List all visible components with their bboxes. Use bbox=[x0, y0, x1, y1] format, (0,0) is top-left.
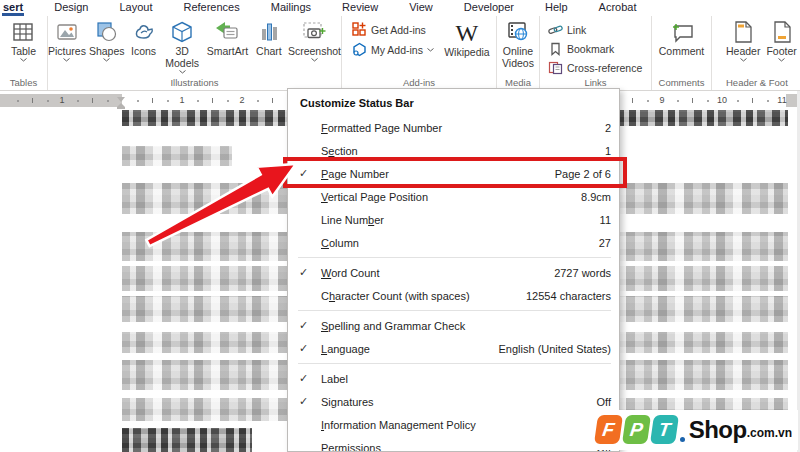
my-addins-button[interactable]: My Add-ins bbox=[352, 41, 434, 58]
menu-item-label: Label bbox=[321, 373, 348, 385]
tab-help[interactable]: Help bbox=[544, 1, 569, 16]
group-header-footer: Header Footer Nu Header & Foot bbox=[712, 16, 800, 90]
menu-item-column[interactable]: Column27 bbox=[288, 231, 619, 254]
get-addins-button[interactable]: Get Add-ins bbox=[352, 21, 434, 38]
ribbon: Table Tables Pictures bbox=[0, 16, 800, 91]
tab-references[interactable]: References bbox=[182, 1, 240, 16]
3d-models-button[interactable]: 3D Models bbox=[162, 18, 201, 74]
menu-item-label: Information Management Policy bbox=[321, 419, 476, 431]
menu-item-label: Word Count bbox=[321, 267, 380, 279]
fpt-letter-p: P bbox=[622, 415, 651, 444]
menu-item-label: Section bbox=[321, 145, 358, 157]
tab-design[interactable]: Design bbox=[53, 1, 89, 16]
ruler-tick bbox=[227, 100, 229, 102]
ruler-number: 11 bbox=[777, 95, 786, 105]
screenshot-icon bbox=[301, 18, 327, 45]
ruler-tick bbox=[752, 98, 753, 103]
shapes-icon bbox=[95, 18, 119, 45]
menu-item-value: 2 bbox=[605, 122, 611, 134]
table-button[interactable]: Table bbox=[11, 18, 36, 62]
link-button[interactable]: Link bbox=[548, 21, 642, 38]
group-links: Link Bookmark Cross-reference Links bbox=[540, 16, 652, 90]
footer-icon bbox=[771, 18, 793, 45]
chart-icon bbox=[257, 18, 281, 45]
menu-item-line-number[interactable]: Line Number11 bbox=[288, 208, 619, 231]
link-icon bbox=[548, 23, 563, 37]
group-illustrations: Pictures Shapes Icons bbox=[48, 16, 342, 90]
menu-item-formatted-page-number[interactable]: Formatted Page Number2 bbox=[288, 116, 619, 139]
table-icon bbox=[11, 18, 35, 45]
menu-item-permissions[interactable]: PermissionsOff bbox=[288, 436, 619, 452]
get-addins-label: Get Add-ins bbox=[371, 24, 426, 36]
icons-button[interactable]: Icons bbox=[128, 18, 160, 57]
menu-item-value: 27 bbox=[599, 237, 611, 249]
smartart-button[interactable]: SmartArt bbox=[205, 18, 250, 57]
tab-review[interactable]: Review bbox=[341, 1, 379, 16]
chevron-down-icon bbox=[103, 58, 110, 62]
tab-sert[interactable]: sert bbox=[2, 1, 24, 16]
ruler-tick bbox=[152, 98, 153, 103]
ruler-tick bbox=[677, 100, 679, 102]
bookmark-button[interactable]: Bookmark bbox=[548, 40, 642, 57]
tab-view[interactable]: View bbox=[408, 1, 434, 16]
chevron-down-icon bbox=[311, 58, 318, 62]
menu-item-value: English (United States) bbox=[499, 343, 612, 355]
online-videos-button[interactable]: Online Videos bbox=[498, 18, 538, 69]
menu-item-label: Permissions bbox=[321, 442, 381, 452]
footer-button[interactable]: Footer bbox=[766, 18, 796, 62]
ruler-number: 2 bbox=[239, 95, 244, 105]
online-videos-icon bbox=[506, 18, 530, 45]
menu-item-language[interactable]: ✓LanguageEnglish (United States) bbox=[288, 337, 619, 360]
menu-item-information-management-policy[interactable]: Information Management PolicyOff bbox=[288, 413, 619, 436]
tab-layout[interactable]: Layout bbox=[118, 1, 153, 16]
header-button[interactable]: Header bbox=[726, 18, 760, 62]
ruler-tick bbox=[197, 100, 199, 102]
menu-item-character-count-with-spaces-[interactable]: Character Count (with spaces)12554 chara… bbox=[288, 284, 619, 307]
word-window: sertDesignLayoutReferencesMailingsReview… bbox=[0, 0, 800, 452]
cross-reference-button[interactable]: Cross-reference bbox=[548, 59, 642, 76]
chart-button[interactable]: Chart bbox=[253, 18, 285, 57]
tab-acrobat[interactable]: Acrobat bbox=[598, 1, 638, 16]
chevron-down-icon bbox=[427, 48, 434, 52]
wikipedia-label: Wikipedia bbox=[444, 46, 490, 58]
menu-item-label: Spelling and Grammar Check bbox=[321, 320, 465, 332]
menu-item-value: 2727 words bbox=[554, 267, 611, 279]
menu-separator bbox=[298, 310, 611, 311]
icons-label: Icons bbox=[131, 45, 156, 57]
bookmark-label: Bookmark bbox=[567, 43, 614, 55]
ruler-number: 10 bbox=[717, 95, 727, 105]
footer-label: Footer bbox=[766, 45, 796, 57]
menu-item-signatures[interactable]: ✓SignaturesOff bbox=[288, 390, 619, 413]
first-line-indent-marker[interactable] bbox=[117, 97, 125, 102]
wikipedia-button[interactable]: W Wikipedia bbox=[442, 18, 492, 58]
menu-item-label: Column bbox=[321, 237, 359, 249]
group-label-comments: Comments bbox=[652, 77, 711, 90]
menu-item-label[interactable]: ✓Label bbox=[288, 367, 619, 390]
pictures-button[interactable]: Pictures bbox=[48, 18, 86, 62]
3d-models-icon bbox=[170, 18, 194, 45]
online-videos-label: Online Videos bbox=[498, 45, 538, 69]
screenshot-button[interactable]: Screenshot bbox=[288, 18, 341, 62]
menu-separator bbox=[298, 257, 611, 258]
menu-item-value: Off bbox=[597, 396, 611, 408]
ruler-tick bbox=[737, 100, 739, 102]
pictures-label: Pictures bbox=[48, 45, 86, 57]
logo-shop-text: Shop bbox=[689, 416, 747, 444]
menu-item-vertical-page-position[interactable]: Vertical Page Position8.9cm bbox=[288, 185, 619, 208]
tab-mailings[interactable]: Mailings bbox=[270, 1, 312, 16]
shapes-button[interactable]: Shapes bbox=[89, 18, 125, 62]
menu-title: Customize Status Bar bbox=[288, 89, 619, 116]
menu-item-label: Signatures bbox=[321, 396, 374, 408]
ruler-tick bbox=[707, 100, 709, 102]
menu-item-spelling-and-grammar-check[interactable]: ✓Spelling and Grammar Check bbox=[288, 314, 619, 337]
comment-button[interactable]: Comment bbox=[656, 18, 708, 57]
tab-developer[interactable]: Developer bbox=[463, 1, 515, 16]
menu-item-word-count[interactable]: ✓Word Count2727 words bbox=[288, 261, 619, 284]
link-label: Link bbox=[567, 24, 586, 36]
get-addins-icon bbox=[352, 22, 367, 37]
customize-status-bar-menu: Customize Status Bar Formatted Page Numb… bbox=[287, 88, 620, 452]
group-tables: Table Tables bbox=[0, 16, 48, 90]
ruler-tick bbox=[167, 100, 169, 102]
group-label-tables: Tables bbox=[0, 77, 47, 90]
annotation-arrow-icon bbox=[128, 148, 313, 263]
